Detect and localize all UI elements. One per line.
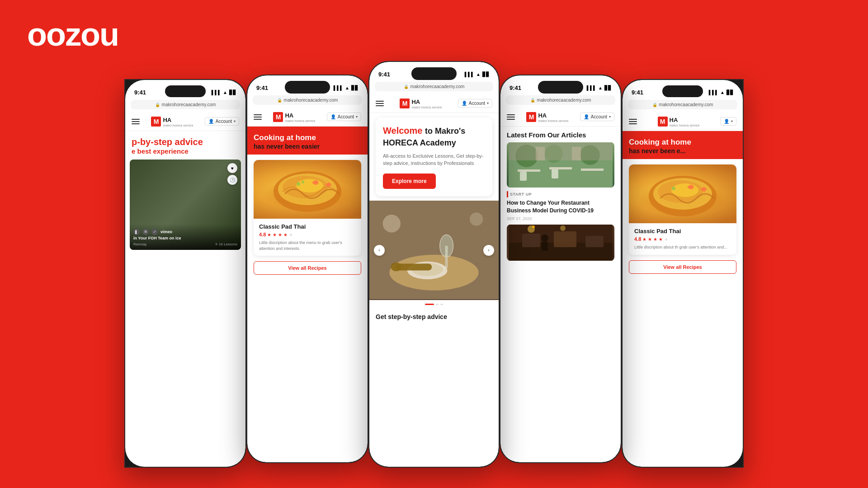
phone-center: 9:41 ▌▌▌ ▲ ▊▊ 🔒 makrohorecaacademy.com M (368, 61, 500, 468)
mha-logo-5: M HA makro horeca service (658, 116, 700, 127)
carousel-right-arrow[interactable]: › (483, 245, 494, 256)
carousel-dots-3 (369, 300, 499, 309)
dynamic-island-5 (662, 85, 703, 97)
dot-3 (440, 304, 443, 305)
hamburger-1[interactable] (132, 119, 140, 124)
screen-left: 9:41 ▌▌▌ ▲ ▊▊ 🔒 makrohorecaacademy.com M (247, 75, 368, 462)
svg-rect-36 (542, 242, 548, 251)
stars-5: 4.8 ★ ★ ★ ★ ★ (634, 236, 731, 242)
mha-logo-1: M HA makro horeca service (151, 116, 193, 127)
m-logo-box-3: M (400, 99, 410, 108)
screen-far-left: 9:41 ▌▌▌ ▲ ▊▊ 🔒 makrohorecaacademy.com M (125, 80, 245, 467)
chevron-icon-4: ▾ (609, 115, 611, 119)
welcome-desc-3: All-access to Exclusive Lessons, Get ste… (383, 152, 485, 167)
status-icons-4: ▌▌▌ ▲ ▊▊ (587, 85, 612, 90)
url-text-3: makrohorecaacademy.com (410, 84, 465, 89)
hamburger-5[interactable] (629, 119, 637, 124)
clock-icon[interactable]: 🕐 (227, 175, 237, 185)
action-icons-1: ♥ 🕐 (227, 163, 237, 185)
svg-point-13 (391, 262, 401, 271)
star-1: ★ (267, 232, 271, 237)
article-date-4: SEP 27, 2020 (500, 216, 621, 225)
partial-subtext-1: e best experience (125, 147, 245, 160)
recipe-image-5 (629, 164, 736, 223)
time-4: 9:41 (509, 84, 521, 91)
lock-icon-3: 🔒 (404, 84, 409, 89)
svg-rect-25 (509, 142, 613, 160)
recipe-card-body-2: Classic Pad Thai 4.8 ★ ★ ★ ★ ★ Little di… (254, 219, 361, 256)
hamburger-2[interactable] (254, 114, 262, 120)
cooking-subtitle-2: has never been easier (254, 143, 361, 150)
screen-right: 9:41 ▌▌▌ ▲ ▊▊ 🔒 makrohorecaacademy.com M (500, 75, 621, 462)
status-icons-1: ▌▌▌ ▲ ▊▊ (212, 90, 236, 95)
lock-icon-5: 🔒 (652, 103, 657, 107)
tag-badge-4: START UP (500, 188, 621, 199)
svg-point-42 (672, 187, 675, 190)
carousel-left-arrow[interactable]: ‹ (374, 245, 385, 256)
video-title-1: in Your FOH Team on ice (133, 236, 237, 240)
view-all-btn-5[interactable]: View all Recipes (629, 260, 736, 274)
star-5-4: ★ (659, 237, 663, 242)
view-all-btn-2[interactable]: View all Recipes (254, 261, 361, 275)
svg-point-4 (297, 182, 300, 186)
account-btn-1[interactable]: 👤 Account ▾ (205, 117, 239, 126)
hamburger-3[interactable] (376, 101, 384, 106)
articles-header-4: Latest From Our Articles (500, 127, 621, 142)
time-1: 9:41 (134, 89, 146, 96)
lock-icon-2: 🔒 (277, 98, 282, 103)
url-bar-1: 🔒 makrohorecaacademy.com (131, 100, 240, 109)
m-logo-box-1: M (151, 117, 161, 127)
nav-bar-4: M HA makro horeca service 👤 Account ▾ (500, 108, 621, 127)
phone-far-right: 9:41 ▌▌▌ ▲ ▊▊ 🔒 makrohorecaacademy.com M (622, 79, 744, 468)
star-3: ★ (278, 232, 282, 237)
dot-2 (436, 304, 439, 305)
account-label-1: Account (216, 119, 232, 124)
account-btn-3[interactable]: 👤 Account ▾ (458, 99, 492, 108)
time-2: 9:41 (256, 84, 268, 91)
cooking-title-2: Cooking at home (254, 133, 361, 143)
cooking-red-text: Cooking at home (254, 133, 316, 142)
nav-bar-2: M HA makro horeca service 👤 Account ▾ (247, 108, 368, 127)
mha-logo-4: M HA makro horeca service (526, 111, 568, 122)
status-icons-5: ▌▌▌ ▲ ▊▊ (709, 90, 734, 95)
svg-rect-30 (522, 234, 540, 247)
svg-point-15 (470, 212, 483, 226)
heart-icon[interactable]: ♥ (227, 163, 237, 173)
m-logo-box-2: M (273, 112, 283, 122)
star-2: ★ (273, 232, 277, 237)
lock-icon-4: 🔒 (530, 98, 535, 103)
account-btn-2[interactable]: 👤 Account ▾ (327, 113, 361, 121)
article-image-2-4 (507, 225, 614, 261)
recipe-card-5: Classic Pad Thai 4.8 ★ ★ ★ ★ ★ Little di… (629, 164, 736, 255)
restaurant-scene-3 (369, 201, 499, 300)
svg-point-14 (383, 215, 401, 232)
dynamic-island-4 (538, 81, 583, 94)
account-btn-4[interactable]: 👤 Account ▾ (580, 113, 614, 121)
account-btn-5[interactable]: 👤 ▾ (720, 117, 736, 126)
star-5-1: ★ (642, 237, 646, 242)
nav-bar-5: M HA makro horeca service 👤 ▾ (623, 112, 743, 131)
svg-rect-17 (518, 169, 540, 172)
svg-rect-26 (536, 147, 545, 160)
svg-point-3 (296, 179, 323, 192)
hamburger-4[interactable] (507, 114, 515, 120)
star-5-3: ★ (653, 237, 657, 242)
video-lessons-1: ≡ 10 Lessons (215, 242, 237, 246)
stars-2: 4.8 ★ ★ ★ ★ ★ (259, 232, 356, 237)
recipe-name-5: Classic Pad Thai (634, 228, 731, 235)
chevron-icon-3: ▾ (487, 101, 489, 105)
hero-red-2: Cooking at home has never been easier (247, 127, 368, 155)
cooking-red-text-5: Cooking at home (629, 138, 691, 146)
article-image-4 (507, 142, 614, 188)
mha-logo-2: M HA makro horeca service (273, 111, 315, 122)
svg-rect-12 (396, 263, 432, 270)
rating-num-2: 4.8 (259, 232, 266, 237)
svg-rect-32 (585, 236, 604, 247)
explore-btn-3[interactable]: Explore more (383, 174, 436, 189)
star-5-2: ★ (648, 237, 652, 242)
svg-point-34 (560, 225, 566, 231)
phone-far-left: 9:41 ▌▌▌ ▲ ▊▊ 🔒 makrohorecaacademy.com M (124, 79, 246, 468)
svg-point-37 (532, 225, 535, 228)
dynamic-island-3 (411, 67, 457, 80)
svg-rect-27 (572, 147, 581, 160)
